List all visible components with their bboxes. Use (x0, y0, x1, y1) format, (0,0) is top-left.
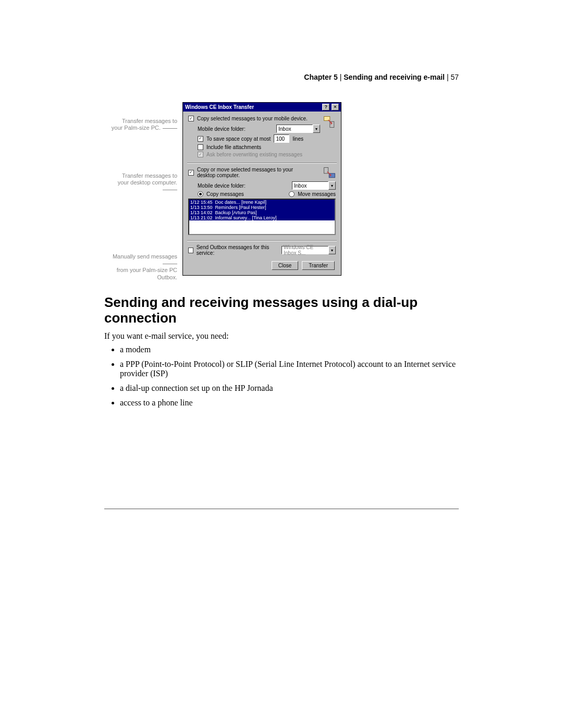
mobile-folder-combo-2[interactable]: Inbox ▼ (292, 181, 336, 190)
move-radio[interactable] (289, 191, 295, 197)
overwrite-checkbox[interactable] (198, 152, 203, 157)
list-item[interactable]: 1/12 15:45 Doc dates... [Irene Kapil] (189, 200, 335, 205)
copy-radio-label: Copy messages (206, 191, 244, 197)
running-header: Chapter 5 | Sending and receiving e-mail… (104, 73, 459, 81)
send-outbox-label: Send Outbox messages for this service: (197, 244, 275, 256)
callout-3-line1: Manually send messages (113, 253, 177, 260)
header-chapter: Chapter 5 (304, 73, 338, 81)
include-attachments-checkbox[interactable] (198, 144, 203, 150)
service-combo[interactable]: Windows CE Inbox S... ▼ (282, 246, 336, 254)
lines-unit: lines (292, 136, 303, 142)
device-to-pc-icon (320, 167, 336, 180)
mobile-folder-combo-1[interactable]: Inbox ▼ (276, 125, 320, 133)
mobile-folder-label-2: Mobile device folder: (198, 183, 246, 189)
list-item: a PPP (Point-to-Point Protocol) or SLIP … (120, 360, 459, 378)
callout-1-line2: your Palm-size PC. (112, 125, 161, 131)
close-icon[interactable]: × (332, 104, 339, 110)
list-item: a modem (120, 345, 459, 354)
titlebar[interactable]: Windows CE Inbox Transfer ? × (183, 103, 341, 112)
list-item: access to a phone line (120, 398, 459, 408)
copy-to-desktop-checkbox[interactable] (188, 170, 194, 176)
callout-2-line1: Transfer messages to (122, 172, 177, 179)
move-radio-label: Move messages (298, 191, 336, 197)
copy-to-mobile-label: Copy selected messages to your mobile de… (197, 116, 308, 121)
to-desktop-section: Copy or move selected messages to your d… (188, 167, 336, 235)
transfer-button[interactable]: Transfer (302, 261, 335, 270)
requirements-list: a modem a PPP (Point-to-Point Protocol) … (104, 345, 459, 408)
copy-to-mobile-checkbox[interactable] (188, 116, 194, 121)
callout-1-line1: Transfer messages to (122, 118, 177, 124)
copy-to-desktop-label: Copy or move selected messages to your d… (197, 167, 301, 178)
header-title: Sending and receiving e-mail (344, 73, 445, 81)
callout-3-line3: Outbox. (157, 274, 177, 280)
send-outbox-section: Send Outbox messages for this service: W… (188, 244, 336, 256)
inbox-transfer-dialog: Windows CE Inbox Transfer ? × (182, 102, 341, 276)
page-number: 57 (450, 73, 459, 81)
save-space-label: To save space copy at most (206, 136, 271, 142)
footer-rule (104, 509, 459, 509)
help-icon[interactable]: ? (322, 104, 329, 110)
close-button[interactable]: Close (272, 261, 299, 270)
page: Chapter 5 | Sending and receiving e-mail… (0, 0, 563, 465)
callout-3-line2: from your Palm-size PC (117, 267, 177, 273)
chevron-down-icon[interactable]: ▼ (328, 246, 336, 254)
chevron-down-icon[interactable]: ▼ (313, 125, 320, 133)
mobile-folder-label-1: Mobile device folder: (198, 126, 246, 132)
chevron-down-icon[interactable]: ▼ (328, 181, 336, 190)
to-mobile-section: Copy selected messages to your mobile de… (188, 116, 336, 157)
list-item: a dial-up connection set up on the HP Jo… (120, 384, 459, 393)
pc-to-device-icon (320, 116, 336, 129)
overwrite-label: Ask before overwriting existing messages (206, 152, 302, 157)
lines-input[interactable]: 100 (274, 134, 289, 143)
intro-paragraph: If you want e-mail service, you need: (104, 331, 459, 341)
callout-2-line2: your desktop computer. (118, 179, 177, 186)
messages-listbox[interactable]: 1/12 15:45 Doc dates... [Irene Kapil] 1/… (188, 199, 336, 235)
list-item[interactable]: 1/13 21:02 Informal survey... [Tina Lero… (189, 215, 335, 220)
include-attachments-label: Include file attachments (206, 144, 261, 150)
copy-radio[interactable] (198, 191, 203, 197)
figure: Transfer messages to your Palm-size PC. … (104, 102, 459, 279)
send-outbox-checkbox[interactable] (188, 248, 193, 253)
list-item[interactable]: 1/13 14:02 Backup [Arturo Pas] (189, 210, 335, 215)
section-heading: Sending and receiving messages using a d… (104, 295, 459, 326)
save-space-checkbox[interactable] (198, 136, 203, 142)
list-item[interactable]: 1/13 13:50 Reminders [Paul Hester] (189, 205, 335, 210)
dialog-title: Windows CE Inbox Transfer (185, 104, 254, 110)
